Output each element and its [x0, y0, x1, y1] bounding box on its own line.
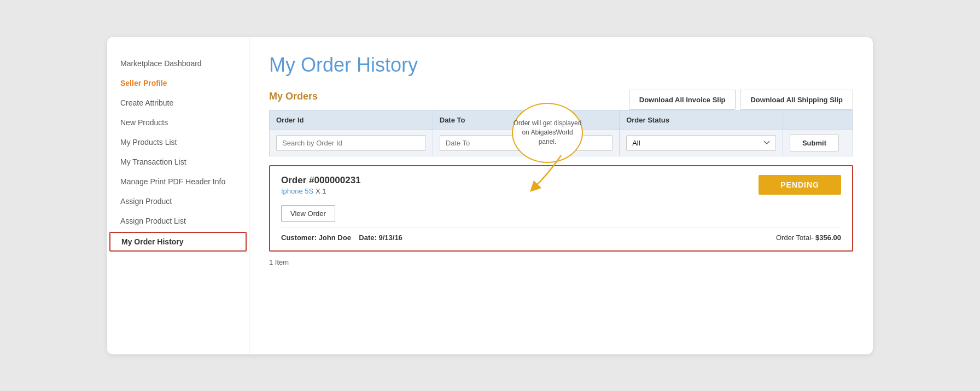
filter-submit-cell: Submit [783, 130, 853, 156]
callout-arrow-icon [528, 155, 572, 194]
col-action [783, 110, 853, 130]
view-order-wrapper: View Order [281, 201, 841, 227]
order-status-select[interactable]: All Pending Completed Cancelled [626, 135, 776, 151]
submit-filter-button[interactable]: Submit [790, 135, 839, 151]
product-name: Iphone 5S [281, 187, 313, 195]
customer-info: Customer: John Doe Date: 9/13/16 [281, 234, 402, 242]
col-order-id: Order Id [270, 110, 433, 130]
sidebar-item-my-transaction-list[interactable]: My Transaction List [107, 152, 249, 172]
search-order-id-input[interactable] [276, 135, 426, 151]
download-invoice-button[interactable]: Download All Invoice Slip [629, 90, 736, 110]
customer-label: Customer: [281, 234, 317, 242]
callout-text: Order will get displayed on AbigalesWorl… [513, 119, 582, 146]
main-card: Marketplace Dashboard Seller Profile Cre… [107, 37, 873, 354]
callout-bubble: Order will get displayed on AbigalesWorl… [512, 103, 583, 163]
filter-order-id-cell [270, 130, 433, 156]
order-total-value: $356.00 [815, 234, 841, 242]
toolbar-buttons: Download All Invoice Slip Download All S… [629, 90, 853, 110]
order-product: Iphone 5S X 1 [281, 187, 361, 195]
sidebar-item-my-products-list[interactable]: My Products List [107, 132, 249, 152]
order-total-label: Order Total- [776, 234, 813, 242]
download-shipping-button[interactable]: Download All Shipping Slip [740, 90, 853, 110]
sidebar-item-create-attribute[interactable]: Create Attribute [107, 93, 249, 113]
order-footer: Customer: John Doe Date: 9/13/16 Order T… [281, 227, 841, 242]
date-label: Date: [359, 234, 377, 242]
order-info: Order #000000231 Iphone 5S X 1 [281, 175, 361, 195]
customer-name: John Doe [319, 234, 351, 242]
sidebar-item-marketplace-dashboard[interactable]: Marketplace Dashboard [107, 54, 249, 73]
sidebar-item-assign-product[interactable]: Assign Product [107, 191, 249, 211]
sidebar-item-my-order-history[interactable]: My Order History [109, 232, 247, 252]
section-title: My Orders [269, 91, 318, 102]
items-count: 1 Item [269, 258, 853, 266]
view-order-button[interactable]: View Order [281, 205, 335, 222]
product-qty: X 1 [316, 187, 326, 195]
date-value: 9/13/16 [378, 234, 402, 242]
filter-status-cell: All Pending Completed Cancelled [620, 130, 783, 156]
sidebar-item-new-products[interactable]: New Products [107, 113, 249, 132]
sidebar: Marketplace Dashboard Seller Profile Cre… [107, 37, 249, 354]
sidebar-item-seller-profile[interactable]: Seller Profile [107, 73, 249, 93]
col-order-status: Order Status [620, 110, 783, 130]
order-id-line: Order #000000231 [281, 175, 361, 186]
sidebar-item-manage-print-pdf[interactable]: Manage Print PDF Header Info [107, 172, 249, 191]
main-content: My Order History My Orders Download All … [249, 37, 873, 354]
pending-status-button[interactable]: PENDING [759, 175, 841, 195]
page-title: My Order History [269, 54, 853, 77]
callout-wrapper: Order will get displayed on AbigalesWorl… [512, 103, 583, 163]
order-number: #000000231 [309, 175, 361, 185]
order-total: Order Total- $356.00 [776, 234, 841, 242]
sidebar-item-assign-product-list[interactable]: Assign Product List [107, 211, 249, 231]
